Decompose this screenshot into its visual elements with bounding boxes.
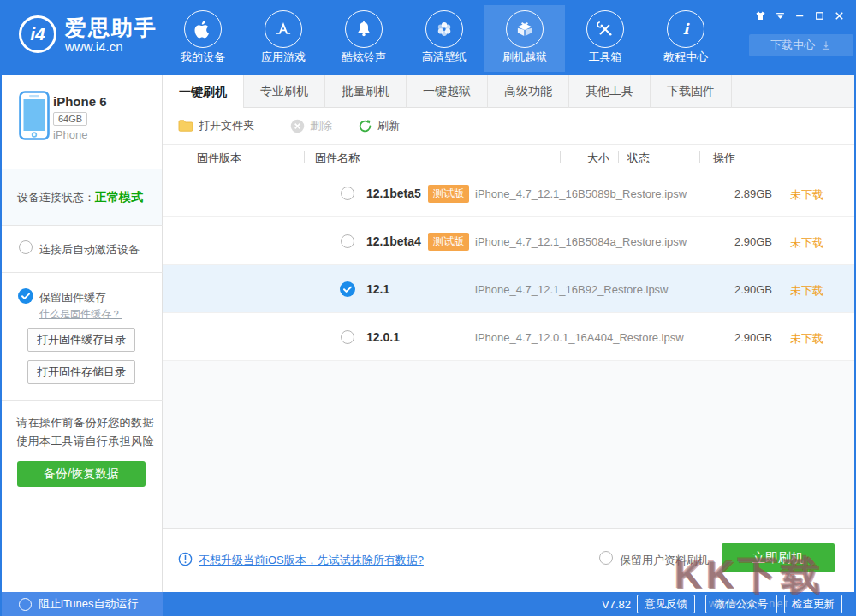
firmware-status: 未下载 [790, 331, 823, 346]
brand-logo-icon: i4 [19, 15, 56, 53]
erase-data-link[interactable]: 不想升级当前iOS版本，先试试抹除所有数据? [199, 553, 424, 568]
folder-icon [178, 119, 193, 133]
tab-advanced[interactable]: 高级功能 [488, 75, 569, 108]
nav-flash-jailbreak[interactable]: 刷机越狱 [484, 5, 565, 72]
row-radio[interactable] [341, 330, 354, 344]
col-actions: 操作 [713, 151, 735, 166]
box-icon [506, 10, 544, 48]
apple-icon [184, 10, 222, 48]
firmware-size: 2.90GB [702, 235, 772, 248]
brand: i4 爱思助手 www.i4.cn [19, 15, 158, 54]
tab-other-tools[interactable]: 其他工具 [569, 75, 651, 108]
backup-restore-button[interactable]: 备份/恢复数据 [17, 461, 146, 487]
window-border [0, 75, 2, 616]
connection-status: 正常模式 [95, 190, 143, 204]
column-separator [304, 151, 305, 163]
svg-text:i: i [683, 21, 690, 38]
empty-area [163, 361, 856, 528]
connection-label: 设备连接状态： [17, 191, 95, 204]
close-button[interactable] [829, 7, 848, 24]
nav-apps-games[interactable]: 应用游戏 [243, 5, 324, 72]
nav-my-device[interactable]: 我的设备 [163, 5, 243, 72]
block-itunes-radio[interactable] [19, 598, 32, 611]
block-itunes-label: 阻止iTunes自动运行 [39, 596, 139, 612]
main-menu-button[interactable] [770, 7, 789, 24]
keep-user-data-radio[interactable] [599, 551, 613, 565]
skin-button[interactable] [751, 7, 770, 24]
info-icon: i [667, 10, 704, 48]
keep-user-data-label: 保留用户资料刷机 [620, 553, 709, 568]
nav-label: 应用游戏 [243, 50, 324, 65]
device-capacity-badge: 64GB [53, 112, 87, 126]
wechat-official-button[interactable]: 微信公众号 [705, 595, 777, 613]
open-folder-button[interactable]: 打开文件夹 [178, 118, 254, 133]
divider [0, 272, 163, 273]
flash-now-button[interactable]: 立即刷机 [722, 543, 835, 572]
nav-label: 我的设备 [163, 50, 243, 65]
col-firmware-version: 固件版本 [197, 151, 241, 166]
nav-label: 刷机越狱 [484, 50, 565, 65]
iphone-icon [19, 91, 50, 140]
tab-batch-flash[interactable]: 批量刷机 [325, 75, 407, 108]
block-itunes-control[interactable]: 阻止iTunes自动运行 [0, 592, 163, 616]
firmware-row[interactable]: 12.1beta5 测试版 iPhone_4.7_12.1_16B5089b_R… [163, 169, 856, 217]
firmware-filename: iPhone_4.7_12.1_16B5089b_Restore.ipsw [475, 187, 687, 200]
auto-activate-label: 连接后自动激活设备 [39, 242, 140, 258]
tab-bar: 一键刷机 专业刷机 批量刷机 一键越狱 高级功能 其他工具 下载固件 [163, 75, 856, 108]
firmware-row[interactable]: 12.0.1 iPhone_4.7_12.0.1_16A404_Restore.… [163, 313, 856, 361]
nav-label: 高清壁纸 [404, 50, 484, 65]
delete-button[interactable]: 删除 [290, 118, 332, 133]
refresh-button[interactable]: 刷新 [358, 118, 400, 133]
minimize-button[interactable] [790, 7, 809, 24]
divider [0, 225, 163, 226]
maximize-button[interactable] [810, 7, 829, 24]
delete-label: 删除 [310, 118, 332, 133]
nav-label: 酷炫铃声 [324, 50, 404, 65]
beta-badge: 测试版 [428, 233, 469, 251]
firmware-version: 12.1 [366, 282, 389, 296]
status-bar: 阻止iTunes自动运行 V7.82 意见反馈 微信公众号 检查更新 [0, 592, 856, 616]
firmware-filename: iPhone_4.7_12.1_16B92_Restore.ipsw [475, 283, 669, 296]
firmware-filename: iPhone_4.7_12.1_16B5084a_Restore.ipsw [475, 235, 687, 248]
firmware-filename: iPhone_4.7_12.0.1_16A404_Restore.ipsw [475, 331, 684, 344]
appstore-icon [265, 10, 302, 48]
row-radio[interactable] [341, 234, 354, 248]
tab-pro-flash[interactable]: 专业刷机 [244, 75, 325, 108]
check-update-button[interactable]: 检查更新 [784, 595, 842, 613]
tools-icon [586, 10, 624, 48]
open-storage-dir-button[interactable]: 打开固件存储目录 [27, 360, 135, 384]
download-center-label: 下载中心 [770, 38, 815, 53]
brand-url: www.i4.cn [65, 39, 158, 54]
tab-download-firmware[interactable]: 下载固件 [651, 75, 732, 108]
refresh-label: 刷新 [377, 118, 400, 133]
nav-tutorials[interactable]: i 教程中心 [645, 5, 726, 72]
refresh-icon [358, 119, 372, 133]
firmware-status: 未下载 [790, 283, 823, 299]
table-header: 固件版本 固件名称 大小 状态 操作 [163, 145, 856, 169]
open-folder-label: 打开文件夹 [199, 118, 254, 133]
firmware-row-selected[interactable]: 12.1 iPhone_4.7_12.1_16B92_Restore.ipsw … [163, 265, 856, 313]
row-radio-checked[interactable] [340, 281, 355, 297]
auto-activate-radio[interactable] [19, 240, 33, 254]
open-cache-dir-button[interactable]: 打开固件缓存目录 [27, 328, 135, 352]
column-separator [699, 151, 700, 163]
bell-icon [345, 10, 383, 48]
firmware-version: 12.1beta5 [366, 187, 421, 200]
nav-ringtones[interactable]: 酷炫铃声 [324, 5, 404, 72]
firmware-size: 2.89GB [702, 187, 772, 200]
firmware-row[interactable]: 12.1beta4 测试版 iPhone_4.7_12.1_16B5084a_R… [163, 217, 856, 265]
download-center-button[interactable]: 下载中心 [749, 34, 853, 56]
tab-one-key-flash[interactable]: 一键刷机 [163, 75, 244, 109]
firmware-status: 未下载 [790, 235, 823, 251]
beta-badge: 测试版 [428, 185, 469, 203]
row-radio[interactable] [341, 187, 354, 200]
nav-wallpapers[interactable]: 高清壁纸 [404, 5, 484, 72]
tab-one-key-jailbreak[interactable]: 一键越狱 [407, 75, 488, 108]
firmware-size: 2.90GB [702, 331, 772, 344]
keep-cache-checkbox[interactable] [18, 288, 33, 304]
feedback-button[interactable]: 意见反馈 [637, 595, 695, 613]
cache-help-link[interactable]: 什么是固件缓存？ [39, 307, 122, 322]
nav-toolbox[interactable]: 工具箱 [565, 5, 645, 72]
flash-action-bar: 不想升级当前iOS版本，先试试抹除所有数据? 保留用户资料刷机 立即刷机 [163, 528, 856, 592]
sidebar: iPhone 6 64GB iPhone 设备连接状态：正常模式 连接后自动激活… [0, 75, 163, 592]
